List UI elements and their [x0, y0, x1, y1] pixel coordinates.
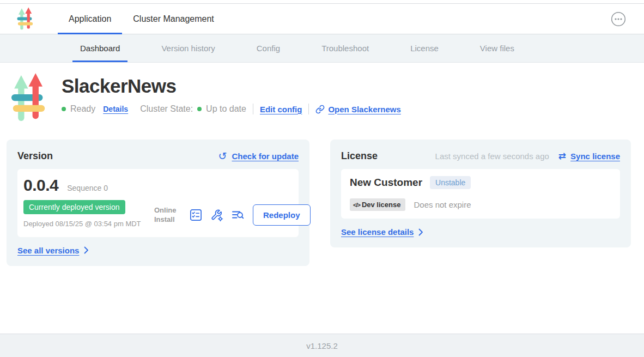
- tab-license-label: License: [410, 44, 439, 53]
- channel-badge: Unstable: [430, 176, 471, 189]
- customer-row: New Customer Unstable: [347, 176, 611, 189]
- app-header-text: SlackerNews Ready Details Cluster State:…: [62, 72, 401, 124]
- top-border-strip: [0, 0, 644, 4]
- version-number: 0.0.4: [23, 176, 58, 195]
- license-card-header: License Last synced a few seconds ago ⇄ …: [341, 150, 620, 162]
- version-card-header: Version ↺ Check for update: [17, 150, 299, 162]
- license-header-actions: Last synced a few seconds ago ⇄ Sync lic…: [435, 152, 620, 161]
- preflight-checks-button[interactable]: [190, 209, 202, 221]
- tab-config-label: Config: [257, 44, 280, 53]
- version-body-row: Currently deployed version Deployed 08/1…: [23, 200, 290, 229]
- tab-version-history[interactable]: Version history: [154, 34, 222, 62]
- divider: [308, 104, 309, 114]
- current-version-panel: 0.0.4 Sequence 0 Currently deployed vers…: [17, 169, 299, 237]
- tab-cluster-management-label: Cluster Management: [133, 14, 214, 24]
- tab-view-files-label: View files: [480, 44, 514, 53]
- top-nav: Application Cluster Management: [0, 4, 644, 34]
- deployed-version-badge: Currently deployed version: [23, 200, 125, 214]
- chevron-right-icon: [418, 228, 423, 236]
- tab-dashboard-label: Dashboard: [80, 44, 120, 53]
- open-app-link[interactable]: Open Slackernews: [315, 105, 400, 114]
- sequence-label: Sequence 0: [67, 184, 108, 192]
- dashboard-cards: Version ↺ Check for update 0.0.4 Sequenc…: [0, 140, 644, 266]
- see-license-details-row: See license details: [341, 227, 620, 237]
- tab-view-files[interactable]: View files: [472, 34, 522, 62]
- ellipsis-icon: [611, 11, 626, 27]
- see-license-details-link[interactable]: See license details: [341, 227, 414, 237]
- see-all-versions-row: See all versions: [17, 246, 299, 255]
- page-title: SlackerNews: [62, 75, 401, 97]
- tab-version-history-label: Version history: [161, 44, 215, 53]
- last-synced-text: Last synced a few seconds ago: [435, 152, 549, 161]
- install-type-label: Online Install: [154, 206, 181, 225]
- app-status-text: Ready: [70, 104, 95, 114]
- app-status-row: Ready Details Cluster State: Up to date …: [62, 104, 401, 114]
- version-card: Version ↺ Check for update 0.0.4 Sequenc…: [7, 140, 309, 266]
- app-sub-nav: Dashboard Version history Config Trouble…: [0, 34, 644, 63]
- slackernews-logo-large-icon: [11, 72, 47, 124]
- check-for-update-link[interactable]: ↺ Check for update: [218, 151, 299, 161]
- license-card: License Last synced a few seconds ago ⇄ …: [330, 140, 631, 247]
- tab-license[interactable]: License: [403, 34, 446, 62]
- license-type-label: Dev license: [362, 201, 401, 209]
- app-logo-icon: [16, 7, 34, 31]
- cluster-state-label: Cluster State:: [140, 104, 193, 114]
- license-panel: New Customer Unstable </> Dev license Do…: [341, 169, 620, 219]
- wrench-gear-icon: [210, 209, 223, 222]
- tab-troubleshoot-label: Troubleshoot: [321, 44, 369, 53]
- redeploy-button[interactable]: Redeploy: [253, 204, 311, 226]
- divider: [253, 104, 253, 114]
- console-version: v1.125.2: [306, 341, 338, 350]
- view-config-button[interactable]: [210, 209, 223, 222]
- checklist-icon: [190, 209, 202, 221]
- tab-dashboard[interactable]: Dashboard: [72, 34, 127, 62]
- tab-cluster-management[interactable]: Cluster Management: [122, 4, 225, 34]
- sync-license-link[interactable]: ⇄ Sync license: [558, 152, 620, 161]
- console-footer: v1.125.2: [0, 334, 644, 357]
- tab-application-label: Application: [69, 14, 111, 24]
- chevron-right-icon: [84, 246, 89, 254]
- version-card-title: Version: [17, 150, 53, 162]
- slackernews-logo-icon: [16, 7, 34, 31]
- app-logo-large: [11, 72, 47, 124]
- tab-application[interactable]: Application: [58, 4, 122, 34]
- link-icon: [315, 105, 325, 114]
- open-app-link-label: Open Slackernews: [328, 105, 400, 114]
- tab-config[interactable]: Config: [249, 34, 288, 62]
- license-type-badge: </> Dev license: [350, 198, 405, 211]
- refresh-icon: ↺: [218, 151, 227, 161]
- customer-name: New Customer: [350, 177, 422, 189]
- tab-troubleshoot[interactable]: Troubleshoot: [314, 34, 376, 62]
- version-left-column: Currently deployed version Deployed 08/1…: [23, 200, 154, 229]
- check-for-update-label: Check for update: [232, 152, 299, 161]
- sync-license-label: Sync license: [570, 152, 620, 161]
- see-all-versions-link[interactable]: See all versions: [17, 246, 79, 255]
- deployed-timestamp: Deployed 08/15/25 @ 03:54 pm MDT: [23, 219, 154, 229]
- license-card-title: License: [341, 150, 378, 162]
- details-link[interactable]: Details: [103, 105, 128, 113]
- cluster-state-dot: [197, 107, 202, 111]
- license-expiry-text: Does not expire: [414, 200, 471, 209]
- cluster-state-value: Up to date: [206, 104, 246, 114]
- code-icon: </>: [353, 202, 360, 208]
- app-header: SlackerNews Ready Details Cluster State:…: [0, 63, 644, 124]
- edit-config-link[interactable]: Edit config: [260, 105, 302, 114]
- overflow-menu-button[interactable]: [611, 11, 626, 27]
- version-actions-group: Online Install: [154, 201, 311, 229]
- sync-icon: ⇄: [558, 152, 566, 161]
- top-nav-tabs: Application Cluster Management: [58, 4, 225, 34]
- version-top-row: 0.0.4 Sequence 0: [23, 176, 290, 195]
- view-yaml-button[interactable]: [232, 209, 245, 222]
- app-status-dot: [62, 107, 66, 111]
- license-meta-row: </> Dev license Does not expire: [347, 198, 611, 211]
- file-search-icon: [232, 209, 245, 222]
